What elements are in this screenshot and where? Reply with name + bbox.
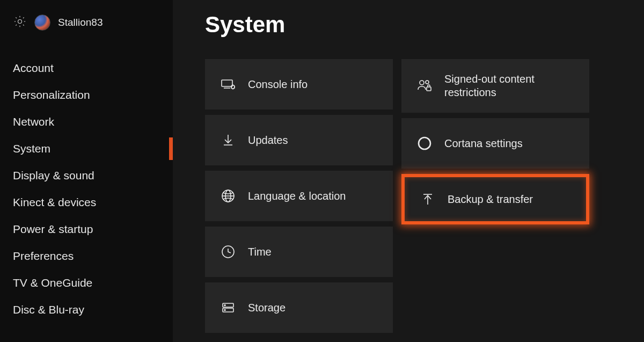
sidebar-item-label: Network bbox=[13, 115, 54, 128]
page-title: System bbox=[205, 12, 644, 38]
sidebar-item-network[interactable]: Network bbox=[0, 108, 173, 135]
sidebar-item-personalization[interactable]: Personalization bbox=[0, 82, 173, 108]
upload-icon bbox=[420, 192, 436, 207]
ring-icon bbox=[416, 136, 433, 151]
tile-language-location[interactable]: Language & location bbox=[205, 171, 393, 221]
sidebar-item-label: Disc & Blu-ray bbox=[13, 303, 84, 316]
sidebar-item-label: System bbox=[13, 142, 50, 155]
tile-label: Updates bbox=[248, 134, 288, 147]
sidebar-item-disc-bluray[interactable]: Disc & Blu-ray bbox=[0, 296, 173, 323]
svg-rect-1 bbox=[222, 80, 232, 86]
sidebar-item-display-sound[interactable]: Display & sound bbox=[0, 162, 173, 189]
sidebar-item-label: TV & OneGuide bbox=[13, 276, 92, 289]
tile-label: Storage bbox=[248, 301, 286, 315]
globe-icon bbox=[220, 188, 236, 203]
tile-label: Signed-out content restrictions bbox=[444, 72, 568, 99]
sidebar-item-label: Account bbox=[13, 62, 54, 75]
sidebar-item-account[interactable]: Account bbox=[0, 55, 173, 82]
tile-storage[interactable]: Storage bbox=[205, 282, 393, 333]
tile-label: Time bbox=[248, 245, 272, 259]
sidebar-item-label: Power & startup bbox=[13, 223, 93, 236]
sidebar-item-power-startup[interactable]: Power & startup bbox=[0, 216, 173, 243]
sidebar-item-tv-oneguide[interactable]: TV & OneGuide bbox=[0, 270, 173, 296]
tile-updates[interactable]: Updates bbox=[205, 115, 393, 165]
tile-column-2: Signed-out content restrictions Cortana … bbox=[401, 59, 589, 333]
tile-signed-out-restrictions[interactable]: Signed-out content restrictions bbox=[401, 59, 589, 113]
tile-label: Console info bbox=[248, 78, 308, 91]
tile-console-info[interactable]: Console info bbox=[205, 59, 393, 110]
svg-point-15 bbox=[426, 81, 429, 84]
svg-point-0 bbox=[18, 20, 22, 24]
sidebar-item-label: Preferences bbox=[13, 250, 74, 263]
tile-grid: Console info Updates Language & location… bbox=[205, 59, 644, 333]
tile-label: Backup & transfer bbox=[448, 193, 533, 206]
sidebar-item-kinect-devices[interactable]: Kinect & devices bbox=[0, 189, 173, 216]
sidebar-nav: Account Personalization Network System D… bbox=[0, 55, 173, 323]
tile-label: Cortana settings bbox=[444, 137, 523, 150]
tile-label: Language & location bbox=[248, 190, 346, 203]
clock-icon bbox=[220, 244, 236, 259]
svg-point-12 bbox=[224, 305, 225, 306]
sidebar: Stallion83 Account Personalization Netwo… bbox=[0, 0, 173, 342]
main-panel: System Console info Updates Language bbox=[173, 0, 644, 342]
drive-icon bbox=[220, 300, 236, 315]
settings-gear-icon[interactable] bbox=[13, 14, 27, 31]
user-row: Stallion83 bbox=[0, 12, 173, 33]
tile-time[interactable]: Time bbox=[205, 227, 393, 277]
svg-point-13 bbox=[224, 310, 225, 311]
svg-point-14 bbox=[420, 81, 424, 85]
sidebar-item-label: Kinect & devices bbox=[13, 196, 96, 209]
avatar[interactable] bbox=[34, 14, 50, 31]
tile-column-1: Console info Updates Language & location… bbox=[205, 59, 393, 333]
sidebar-item-system[interactable]: System bbox=[0, 135, 173, 162]
sidebar-item-label: Display & sound bbox=[13, 169, 94, 182]
sidebar-item-preferences[interactable]: Preferences bbox=[0, 243, 173, 270]
tile-backup-transfer[interactable]: Backup & transfer bbox=[401, 174, 589, 224]
tile-cortana-settings[interactable]: Cortana settings bbox=[401, 118, 589, 169]
sidebar-item-label: Personalization bbox=[13, 89, 90, 101]
people-lock-icon bbox=[416, 78, 433, 94]
svg-point-17 bbox=[419, 137, 430, 149]
user-name: Stallion83 bbox=[58, 17, 103, 28]
svg-rect-16 bbox=[427, 87, 431, 91]
download-icon bbox=[220, 133, 236, 148]
monitor-gear-icon bbox=[220, 76, 236, 92]
